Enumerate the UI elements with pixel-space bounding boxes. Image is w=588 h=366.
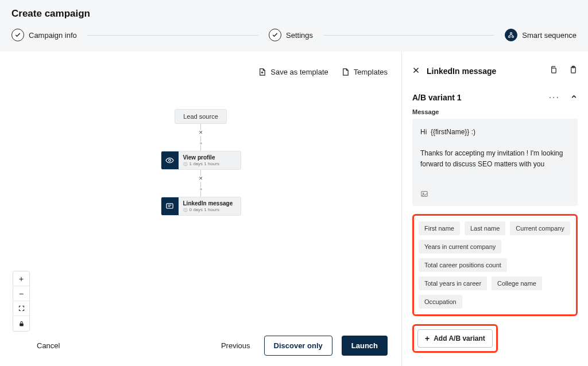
launch-button[interactable]: Launch (342, 336, 388, 356)
save-as-template-button[interactable]: Save as template (258, 68, 328, 76)
tag-years-in-company[interactable]: Years in current company (419, 240, 501, 254)
tag-current-company[interactable]: Current company (510, 221, 570, 235)
zoom-controls: + − (13, 271, 30, 332)
svg-point-3 (169, 159, 171, 162)
node-meta: 0 days 1 hours (189, 207, 219, 212)
svg-point-12 (423, 193, 424, 194)
step-label: Settings (286, 31, 313, 40)
connector: ✕ (199, 124, 203, 151)
step-smart-sequence[interactable]: Smart sequence (505, 29, 577, 41)
tag-total-years[interactable]: Total years in career (419, 277, 487, 290)
page-title: Create campaign (11, 8, 577, 20)
svg-rect-7 (20, 323, 24, 326)
step-campaign-info[interactable]: Campaign info (11, 29, 77, 41)
variant-header: A/B variant 1 ··· (412, 92, 578, 103)
svg-rect-5 (167, 204, 173, 208)
canvas-toolbar: Save as template Templates (258, 68, 388, 76)
add-ab-variant-button[interactable]: + Add A/B variant (417, 329, 493, 348)
node-meta: 1 days 1 hours (189, 161, 219, 166)
canvas-footer: Cancel Previous Discover only Launch (0, 336, 401, 356)
linkedin-message-node[interactable]: LinkedIn message 0 days 1 hours ⠿ (161, 197, 241, 216)
plus-icon: + (425, 334, 430, 342)
sequence-icon (505, 29, 517, 41)
tag-total-positions[interactable]: Total career positions count (419, 258, 507, 272)
close-button[interactable] (412, 66, 420, 76)
main: Save as template Templates Lead source ✕… (0, 52, 588, 366)
zoom-out-button[interactable]: − (13, 286, 29, 301)
message-editor[interactable]: Hi {{firstName}} :) Thanks for accepting… (412, 119, 578, 206)
zoom-in-button[interactable]: + (13, 271, 29, 286)
svg-point-1 (509, 36, 510, 38)
tag-last-name[interactable]: Last name (465, 221, 505, 235)
variant-title: A/B variant 1 (412, 93, 549, 102)
message-label: Message (412, 108, 578, 115)
cancel-button[interactable]: Cancel (37, 341, 60, 350)
view-profile-node[interactable]: View profile 1 days 1 hours (161, 151, 241, 170)
header: Create campaign Campaign info Settings S… (0, 0, 588, 52)
check-icon (11, 29, 24, 41)
svg-rect-8 (552, 68, 556, 73)
tag-college-name[interactable]: College name (492, 277, 542, 290)
node-title: LinkedIn message (183, 200, 236, 207)
templates-button[interactable]: Templates (341, 68, 388, 76)
step-label: Campaign info (29, 31, 77, 40)
variable-tags: First name Last name Current company Yea… (419, 221, 571, 309)
eye-icon (161, 151, 179, 169)
more-menu-button[interactable]: ··· (549, 92, 560, 103)
message-icon (161, 197, 179, 215)
previous-button[interactable]: Previous (216, 341, 255, 350)
connector: ✕ (199, 170, 203, 197)
variable-tags-highlight: First name Last name Current company Yea… (412, 214, 578, 316)
check-icon (269, 29, 281, 41)
toolbar-label: Save as template (270, 68, 328, 76)
lock-button[interactable] (13, 316, 29, 331)
tag-occupation[interactable]: Occupation (419, 295, 462, 309)
svg-point-2 (512, 36, 514, 38)
paste-button[interactable] (569, 65, 578, 76)
copy-button[interactable] (549, 65, 558, 76)
sequence-canvas[interactable]: Save as template Templates Lead source ✕… (0, 52, 402, 366)
step-settings[interactable]: Settings (269, 29, 313, 41)
lead-source-node[interactable]: Lead source (175, 109, 227, 124)
step-connector (87, 35, 258, 36)
panel-title: LinkedIn message (427, 67, 537, 76)
step-connector (323, 35, 494, 36)
add-variant-area: + Add A/B variant (412, 324, 578, 353)
step-label: Smart sequence (522, 31, 577, 40)
stepper-wizard: Campaign info Settings Smart sequence (11, 29, 577, 41)
collapse-button[interactable] (570, 92, 578, 103)
toolbar-label: Templates (354, 68, 388, 76)
message-text[interactable]: Hi {{firstName}} :) Thanks for accepting… (420, 127, 570, 184)
panel-header: LinkedIn message (412, 65, 578, 76)
side-panel: LinkedIn message A/B variant 1 ··· Messa… (402, 52, 588, 366)
image-attach-button[interactable] (420, 190, 428, 200)
add-variant-label: Add A/B variant (434, 334, 485, 342)
flow: Lead source ✕ View profile 1 days 1 hour… (161, 109, 241, 216)
discover-only-button[interactable]: Discover only (264, 336, 332, 356)
node-title: View profile (183, 154, 236, 161)
tag-first-name[interactable]: First name (419, 221, 460, 235)
fit-button[interactable] (13, 301, 29, 316)
